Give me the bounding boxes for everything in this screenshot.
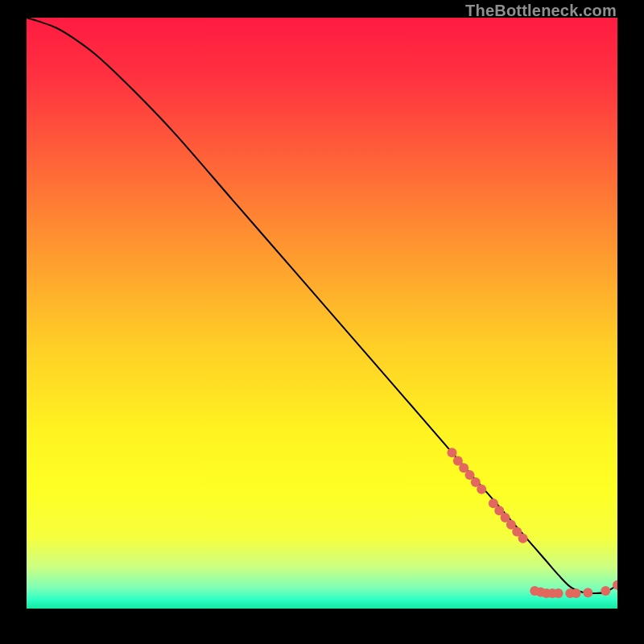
data-point bbox=[447, 448, 456, 457]
watermark-text: TheBottleneck.com bbox=[465, 2, 617, 20]
chart-plot bbox=[27, 18, 617, 609]
data-point bbox=[554, 588, 564, 598]
data-point bbox=[477, 485, 486, 494]
chart-background bbox=[27, 18, 617, 609]
data-point bbox=[583, 588, 592, 597]
data-point bbox=[601, 586, 610, 596]
chart-stage: TheBottleneck.com bbox=[0, 0, 644, 644]
data-point bbox=[518, 534, 528, 543]
data-point bbox=[572, 588, 581, 598]
